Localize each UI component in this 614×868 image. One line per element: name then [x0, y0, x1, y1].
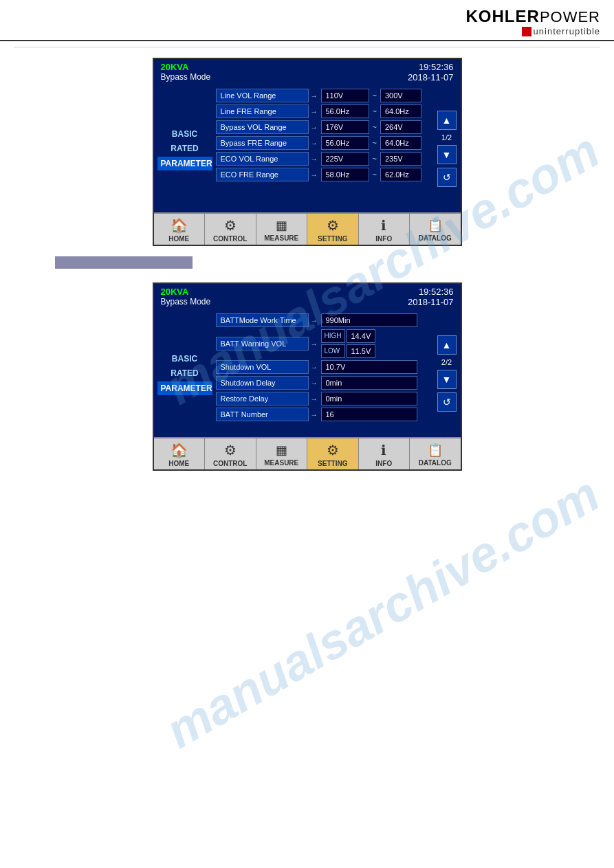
screen1-nav-setting[interactable]: ⚙ SETTING	[307, 214, 359, 245]
logo-brand: KOHLERPOWER	[466, 7, 600, 26]
param-label-1: Line VOL Range	[216, 89, 309, 102]
sidebar-parameter-1[interactable]: PARAMETER	[157, 157, 212, 170]
param-val2-6: 62.0Hz	[380, 168, 421, 181]
sidebar-rated-2[interactable]: RATED	[167, 367, 201, 379]
s2-param-val-4: 0min	[321, 376, 417, 390]
screen2-nav-setting[interactable]: ⚙ SETTING	[307, 438, 359, 469]
screen2-nav-home[interactable]: 🏠 HOME	[154, 438, 206, 469]
screen2-nav-datalog[interactable]: 📋 DATALOG	[410, 438, 461, 469]
screen1-mode: Bypass Mode	[161, 72, 211, 82]
screen2-topbar: 20KVA Bypass Mode 19:52:36 2018-11-07	[154, 284, 461, 310]
s2-param-label-2: BATT Warning VOL	[216, 337, 309, 350]
param-row-6: ECO FRE Range → 58.0Hz ~ 62.0Hz	[216, 168, 430, 181]
param-val1-5: 225V	[321, 152, 369, 166]
screen2-refresh-button[interactable]: ↺	[437, 392, 457, 412]
screen1-nav-datalog-label: DATALOG	[419, 234, 452, 242]
screen1-nav-info-label: INFO	[375, 235, 392, 243]
param-label-2: Line FRE Range	[216, 104, 309, 118]
s2-val-low: 11.5V	[347, 344, 376, 358]
param-sep-6: ~	[371, 170, 378, 179]
screen1-nav-home-label: HOME	[168, 235, 189, 243]
s2-param-label-4: Shutdown Delay	[216, 376, 309, 390]
control-icon-2: ⚙	[224, 442, 237, 458]
s2-param-label-1: BATTMode Work Time	[216, 313, 309, 327]
screen1-nav-setting-label: SETTING	[318, 235, 347, 243]
screen1-wrapper: 20KVA Bypass Mode 19:52:36 2018-11-07 BA…	[0, 58, 614, 246]
s2-param-arrow-1: →	[311, 317, 319, 324]
s2-param-row-1: BATTMode Work Time → 990Min	[216, 313, 430, 327]
screen1-up-button[interactable]: ▲	[437, 111, 457, 130]
screen1-nav-control-label: CONTROL	[213, 235, 247, 243]
param-row-3: Bypass VOL Range → 176V ~ 264V	[216, 120, 430, 134]
screen2-time: 19:52:36	[419, 287, 454, 297]
param-val2-3: 264V	[380, 120, 421, 134]
screen1-nav-measure[interactable]: ▦ MEASURE	[256, 214, 308, 245]
screen2-nav-control[interactable]: ⚙ CONTROL	[205, 438, 256, 469]
sidebar-basic-1[interactable]: BASIC	[168, 128, 201, 140]
param-arrow-3: →	[311, 124, 319, 131]
ups-screen-1: 20KVA Bypass Mode 19:52:36 2018-11-07 BA…	[153, 58, 462, 246]
param-arrow-6: →	[311, 171, 319, 179]
logo-power-text: POWER	[540, 8, 600, 25]
screen1-nav-control[interactable]: ⚙ CONTROL	[205, 214, 256, 245]
param-sep-4: ~	[371, 139, 378, 147]
param-row-4: Bypass FRE Range → 56.0Hz ~ 64.0Hz	[216, 136, 430, 150]
s2-param-val-3: 10.7V	[321, 360, 417, 374]
param-row-1: Line VOL Range → 110V ~ 300V	[216, 89, 430, 102]
s2-val-low-row: LOW 11.5V	[321, 344, 376, 358]
s2-param-arrow-3: →	[311, 364, 319, 371]
screen2-content: BASIC RATED PARAMETER BATTMode Work Time…	[154, 310, 461, 437]
screen2-topbar-left: 20KVA Bypass Mode	[161, 287, 211, 307]
screen2-nav-info[interactable]: ℹ INFO	[359, 438, 410, 469]
s2-param-arrow-6: →	[311, 411, 319, 419]
screen2-up-button[interactable]: ▲	[437, 335, 457, 355]
screen1-down-button[interactable]: ▼	[437, 145, 457, 164]
screen2-nav-control-label: CONTROL	[213, 460, 247, 467]
s2-val-high: 14.4V	[347, 329, 376, 343]
logo: KOHLERPOWER uninterruptible	[466, 7, 600, 36]
s2-param-row-3: Shutdown VOL → 10.7V	[216, 360, 430, 374]
screen1-topbar: 20KVA Bypass Mode 19:52:36 2018-11-07	[154, 59, 461, 85]
section-area	[55, 256, 614, 272]
s2-param-label-3: Shutdown VOL	[216, 360, 309, 374]
screen1-page: 1/2	[441, 133, 452, 142]
screen2-nav-measure-label: MEASURE	[264, 459, 298, 467]
screen2-nav-measure[interactable]: ▦ MEASURE	[256, 438, 308, 469]
logo-icon	[522, 27, 531, 36]
sidebar-parameter-2[interactable]: PARAMETER	[157, 381, 212, 395]
logo-sub-text: uninterruptible	[534, 26, 600, 36]
param-row-5: ECO VOL Range → 225V ~ 235V	[216, 152, 430, 166]
screen1-date: 2018-11-07	[408, 72, 454, 82]
param-val2-2: 64.0Hz	[380, 104, 421, 118]
screen2-mode: Bypass Mode	[161, 297, 211, 307]
screen1-topbar-left: 20KVA Bypass Mode	[161, 62, 211, 82]
s2-param-val-6: 16	[321, 408, 417, 421]
screen1-nav-info[interactable]: ℹ INFO	[359, 214, 410, 245]
param-arrow-2: →	[311, 108, 319, 115]
param-val1-1: 110V	[321, 89, 369, 102]
measure-icon-2: ▦	[276, 443, 287, 458]
s2-param-arrow-2: →	[311, 340, 319, 348]
screen1-sidebar: BASIC RATED PARAMETER	[154, 85, 216, 212]
param-arrow-5: →	[311, 155, 319, 163]
control-icon-1: ⚙	[224, 217, 237, 234]
s2-param-val-5: 0min	[321, 392, 417, 405]
sidebar-basic-2[interactable]: BASIC	[168, 353, 201, 365]
screen1-nav-datalog[interactable]: 📋 DATALOG	[410, 214, 461, 245]
screen1-navbar: 🏠 HOME ⚙ CONTROL ▦ MEASURE ⚙ SETTING ℹ I…	[154, 212, 461, 245]
screen2-nav-datalog-label: DATALOG	[419, 459, 452, 467]
sidebar-rated-1[interactable]: RATED	[167, 142, 201, 155]
screen1-nav-home[interactable]: 🏠 HOME	[154, 214, 206, 245]
param-label-5: ECO VOL Range	[216, 152, 309, 166]
screen1-nav-measure-label: MEASURE	[264, 234, 298, 242]
screen1-params: Line VOL Range → 110V ~ 300V Line FRE Ra…	[216, 85, 433, 212]
setting-icon-1: ⚙	[327, 217, 339, 234]
s2-param-row-4: Shutdown Delay → 0min	[216, 376, 430, 390]
datalog-icon-1: 📋	[428, 218, 443, 233]
s2-param-val-1: 990Min	[321, 313, 417, 327]
screen2-down-button[interactable]: ▼	[437, 370, 457, 389]
s2-val-high-row: HIGH 14.4V	[321, 329, 376, 343]
screen1-refresh-button[interactable]: ↺	[437, 168, 457, 187]
s2-param-row-6: BATT Number → 16	[216, 408, 430, 421]
home-icon-1: 🏠	[171, 217, 188, 234]
